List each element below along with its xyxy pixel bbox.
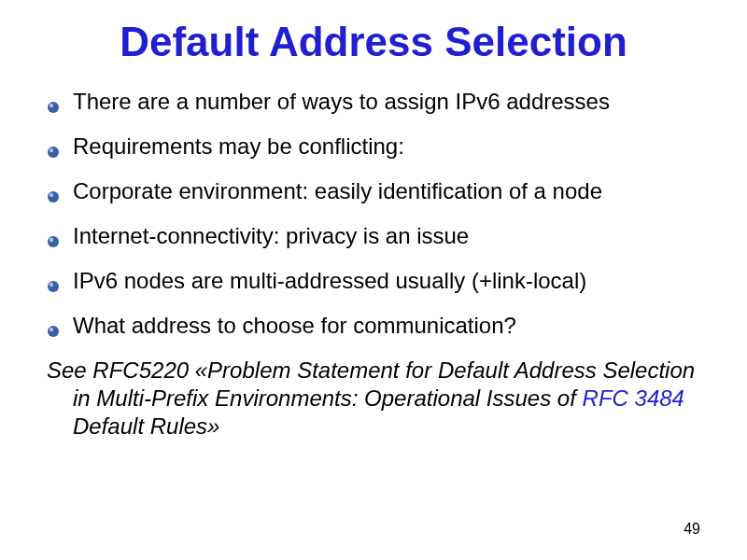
svg-point-0 bbox=[48, 102, 59, 113]
footnote: See RFC5220 «Problem Statement for Defau… bbox=[47, 357, 700, 441]
svg-point-1 bbox=[49, 104, 53, 107]
list-item: Corporate environment: easily identifica… bbox=[47, 177, 700, 205]
page-number: 49 bbox=[684, 521, 700, 538]
bullet-text: Requirements may be conflicting: bbox=[73, 133, 404, 159]
svg-point-4 bbox=[48, 191, 59, 203]
svg-point-8 bbox=[48, 281, 59, 292]
bullet-text: Internet-connectivity: privacy is an iss… bbox=[73, 223, 469, 248]
bullet-icon bbox=[47, 272, 60, 285]
bullet-icon bbox=[47, 182, 60, 195]
rfc-link[interactable]: RFC 3484 bbox=[583, 385, 684, 411]
bullet-icon bbox=[47, 137, 60, 150]
slide: Default Address Selection There are a nu… bbox=[0, 0, 747, 560]
bullet-text: IPv6 nodes are multi-addressed usually (… bbox=[73, 268, 586, 293]
bullet-icon bbox=[47, 92, 60, 105]
bullet-icon bbox=[47, 227, 60, 240]
bullet-text: There are a number of ways to assign IPv… bbox=[73, 89, 610, 114]
svg-point-2 bbox=[48, 147, 59, 158]
bullet-text: What address to choose for communication… bbox=[73, 313, 516, 338]
bullet-list: There are a number of ways to assign IPv… bbox=[47, 88, 700, 340]
list-item: There are a number of ways to assign IPv… bbox=[47, 88, 700, 116]
footnote-suffix: Default Rules» bbox=[73, 413, 219, 439]
svg-point-3 bbox=[49, 148, 53, 152]
svg-point-11 bbox=[49, 328, 53, 331]
list-item: IPv6 nodes are multi-addressed usually (… bbox=[47, 267, 700, 295]
list-item: Internet-connectivity: privacy is an iss… bbox=[47, 222, 700, 250]
page-title: Default Address Selection bbox=[47, 19, 700, 65]
bullet-icon bbox=[47, 316, 60, 329]
svg-point-7 bbox=[49, 238, 53, 242]
svg-point-9 bbox=[49, 283, 53, 287]
list-item: Requirements may be conflicting: bbox=[47, 133, 700, 161]
bullet-text: Corporate environment: easily identifica… bbox=[73, 178, 602, 203]
svg-point-5 bbox=[49, 193, 53, 197]
list-item: What address to choose for communication… bbox=[47, 312, 700, 340]
svg-point-10 bbox=[48, 326, 59, 337]
svg-point-6 bbox=[48, 236, 59, 247]
